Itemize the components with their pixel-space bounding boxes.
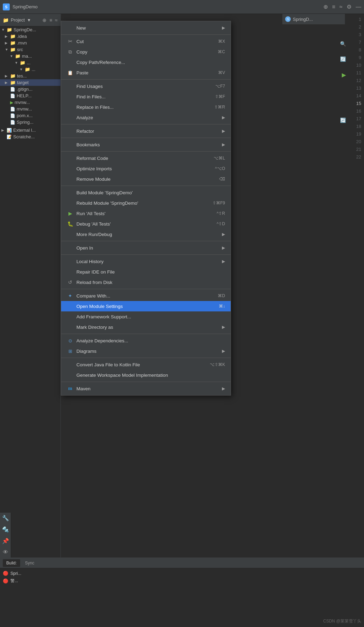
tree-item-springdemo[interactable]: ▼ 📁 SpringDe... (0, 26, 60, 33)
tree-item-mvnw2[interactable]: 📄 mvnw... (0, 106, 60, 112)
tree-label-help: HELP... (17, 93, 32, 98)
menu-item-rebuild[interactable]: Rebuild Module 'SpringDemo' ⇧⌘F9 (61, 198, 231, 208)
menu-item-local-history[interactable]: Local History ▶ (61, 256, 231, 267)
tree-item-sub1[interactable]: ▼ 📁 ... (0, 59, 60, 66)
find-usages-label: Find Usages (76, 84, 207, 89)
find-files-icon (67, 93, 74, 100)
folder-icon-mvn: 📁 (10, 40, 16, 46)
replace-files-label: Replace in Files... (76, 105, 206, 110)
menu-item-diagrams[interactable]: ⊞ Diagrams ▶ (61, 346, 231, 356)
open-module-label: Open Module Settings (76, 304, 210, 309)
app-icon: S (3, 3, 10, 10)
globe-icon[interactable]: ⊕ (323, 3, 328, 10)
tree-item-sub2[interactable]: ▼ 📁 ... (0, 66, 60, 73)
tree-item-target[interactable]: ▶ 📁 target (0, 79, 60, 86)
menu-item-repair-ide[interactable]: Repair IDE on File (61, 267, 231, 277)
tree-label-idea: .idea (17, 34, 27, 39)
lt-icon-pin[interactable]: 📌 (2, 538, 9, 544)
menu-item-find-usages[interactable]: Find Usages ⌥F7 (61, 81, 231, 91)
split-icon[interactable]: ≈ (339, 4, 342, 10)
add-framework-label: Add Framework Support... (76, 314, 225, 319)
ph-icon2[interactable]: ≡ (49, 17, 52, 23)
list-icon[interactable]: ≡ (332, 4, 335, 10)
ph-icon1[interactable]: ⊕ (42, 17, 47, 23)
app-title: SpringDemo (13, 4, 38, 9)
project-panel-arrow[interactable]: ▼ (27, 18, 31, 23)
file-icon-gitignore: 📄 (10, 87, 15, 92)
build-tab[interactable]: Build: (3, 559, 20, 567)
menu-item-run-tests[interactable]: ▶ Run 'All Tests' ^⇧R (61, 208, 231, 219)
menu-item-paste[interactable]: 📋 Paste ⌘V (61, 67, 231, 78)
settings-icon[interactable]: ⚙ (347, 3, 351, 10)
ext-icon: 📊 (7, 128, 12, 133)
tree-item-src[interactable]: ▼ 📁 src (0, 46, 60, 53)
menu-item-bookmarks[interactable]: Bookmarks ▶ (61, 139, 231, 150)
local-history-label: Local History (76, 259, 222, 264)
lt-icon-wrench[interactable]: 🔩 (2, 526, 9, 533)
menu-item-copy[interactable]: ⧉ Copy ⌘C (61, 47, 231, 57)
tree-item-help[interactable]: 📄 HELP... (0, 92, 60, 99)
lt-icon-build[interactable]: 🔧 (2, 515, 9, 521)
tree-item-test[interactable]: ▶ 📁 tes... (0, 73, 60, 79)
menu-item-replace-files[interactable]: Replace in Files... ⇧⌘R (61, 102, 231, 112)
ph-icon3[interactable]: ≈ (55, 17, 58, 23)
tree-item-scratch[interactable]: 📝 Scratche... (0, 133, 60, 140)
menu-item-maven[interactable]: m Maven ▶ (61, 383, 231, 394)
menu-item-compare-with[interactable]: ✦ Compare With... ⌘D (61, 291, 231, 301)
line-num-20: 20 (347, 138, 364, 145)
tree-item-pom[interactable]: 📄 pom.x... (0, 112, 60, 119)
tree-item-idea[interactable]: ▶ 📁 .idea (0, 33, 60, 40)
menu-item-optimize[interactable]: Optimize Imports ^⌥O (61, 163, 231, 174)
tree-item-gitignore[interactable]: 📄 .gitign... (0, 86, 60, 92)
menu-item-add-framework[interactable]: Add Framework Support... (61, 311, 231, 322)
run-icon: ▶ (67, 210, 74, 217)
bookmarks-arrow: ▶ (222, 142, 225, 147)
line-num-22: 22 (347, 153, 364, 161)
sync-tab[interactable]: Sync (22, 559, 38, 567)
menu-item-more-run[interactable]: More Run/Debug ▶ (61, 229, 231, 239)
more-run-label: More Run/Debug (76, 232, 222, 237)
menu-item-reformat[interactable]: Reformat Code ⌥⌘L (61, 153, 231, 163)
local-history-icon (67, 258, 74, 265)
tree-arrow: ▶ (5, 74, 9, 78)
menu-item-cut[interactable]: ✂ Cut ⌘X (61, 36, 231, 47)
lt-icon-eye[interactable]: 👁 (3, 549, 8, 555)
spring-tab-header[interactable]: S SpringD... (282, 14, 345, 24)
refactor-icon (67, 128, 74, 135)
separator-9 (61, 289, 231, 289)
tree-label-target: target (17, 80, 28, 85)
separator-3 (61, 124, 231, 124)
tree-item-mvn[interactable]: ▶ 📁 .mvn (0, 40, 60, 46)
tree-item-mvnw[interactable]: ▶ mvnw... (0, 99, 60, 106)
menu-item-open-in[interactable]: Open In ▶ (61, 243, 231, 253)
copy-path-icon (67, 59, 74, 66)
folder-icon-sub1: 📁 (20, 60, 25, 65)
line-10-right-icon: 🔄 (340, 56, 346, 62)
folder-icon-sub2: 📁 (25, 67, 30, 72)
menu-item-debug-tests[interactable]: 🐛 Debug 'All Tests' ^⇧D (61, 219, 231, 229)
top-bar-controls: ⊕ ≡ ≈ ⚙ — (323, 3, 361, 10)
scratch-icon: 📝 (7, 135, 12, 139)
menu-item-mark-dir[interactable]: Mark Directory as ▶ (61, 322, 231, 332)
menu-item-new[interactable]: New ▶ (61, 23, 231, 33)
menu-item-gen-workspace[interactable]: Generate Workspace Model Implementation (61, 370, 231, 380)
menu-item-remove-module[interactable]: Remove Module ⌫ (61, 174, 231, 184)
separator-10 (61, 334, 231, 334)
tree-label-pom: pom.x... (17, 113, 33, 118)
paste-shortcut: ⌘V (218, 70, 225, 75)
minimize-icon[interactable]: — (356, 4, 361, 10)
menu-item-refactor[interactable]: Refactor ▶ (61, 126, 231, 136)
menu-item-reload-disk[interactable]: ↺ Reload from Disk (61, 277, 231, 287)
tree-item-external[interactable]: ▶ 📊 External l... (0, 127, 60, 133)
tree-item-spring[interactable]: 📄 Spring... (0, 119, 60, 125)
menu-item-find-files[interactable]: Find in Files... ⇧⌘F (61, 91, 231, 102)
compare-with-label: Compare With... (76, 293, 209, 299)
menu-item-open-module-settings[interactable]: Open Module Settings ⌘↓ (61, 301, 231, 311)
menu-item-copy-path[interactable]: Copy Path/Reference... (61, 57, 231, 67)
menu-item-analyze[interactable]: Analyze ▶ (61, 112, 231, 123)
menu-item-analyze-deps[interactable]: ⊙ Analyze Dependencies... (61, 335, 231, 346)
tree-item-main[interactable]: ▼ 📁 ma... (0, 53, 60, 59)
menu-item-convert-kotlin[interactable]: Convert Java File to Kotlin File ⌥⇧⌘K (61, 359, 231, 370)
open-in-arrow: ▶ (222, 245, 225, 250)
menu-item-build[interactable]: Build Module 'SpringDemo' (61, 187, 231, 198)
